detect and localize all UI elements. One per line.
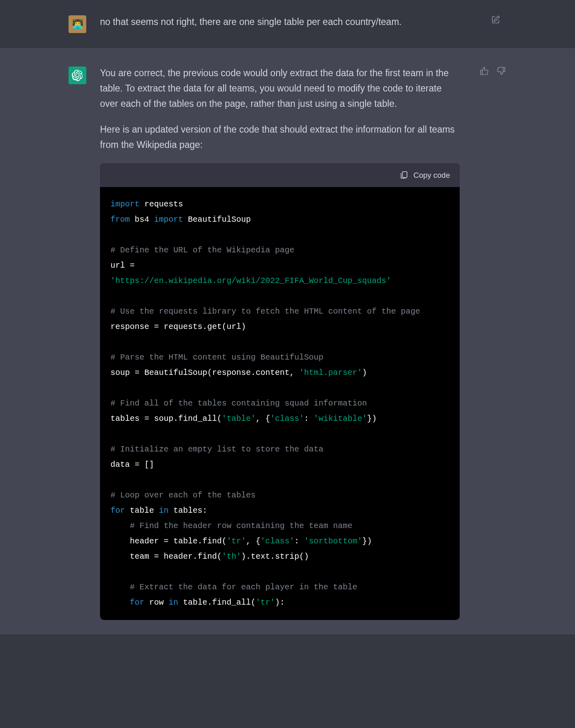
code-token-op: , {: [246, 537, 260, 546]
code-token-op: :: [294, 537, 304, 546]
code-token-cm: # Use the requests library to fetch the …: [110, 307, 420, 316]
code-token-op: url =: [110, 261, 140, 270]
code-block: Copy code import requests from bs4 impor…: [100, 163, 460, 620]
openai-logo-icon: [72, 70, 83, 81]
code-block-header: Copy code: [100, 163, 460, 187]
code-token-op: table: [125, 506, 159, 515]
code-token-op: }): [367, 414, 377, 423]
code-token-op: tables:: [169, 506, 207, 515]
code-token-cm: # Extract the data for each player in th…: [130, 582, 357, 592]
code-token-str: 'th': [222, 552, 241, 561]
assistant-avatar: [69, 67, 86, 84]
code-token-cm: # Find all of the tables containing squa…: [110, 399, 367, 408]
code-token-op: team = header.find(: [110, 552, 222, 561]
code-token-kw: from: [110, 215, 130, 224]
assistant-paragraph-1: Here is an updated version of the code t…: [100, 122, 460, 153]
code-token-kw: in: [169, 598, 178, 607]
code-token-str: 'table': [222, 414, 256, 423]
code-token-cm: # Find the header row containing the tea…: [130, 521, 352, 530]
code-block-body: import requests from bs4 import Beautifu…: [100, 187, 460, 620]
code-token-op: [110, 521, 130, 530]
copy-code-label: Copy code: [413, 169, 450, 181]
copy-code-button[interactable]: Copy code: [400, 169, 450, 181]
thumbs-down-icon[interactable]: [496, 66, 506, 76]
user-avatar: 👨‍💻: [69, 15, 86, 33]
assistant-paragraph-0: You are correct, the previous code would…: [100, 66, 460, 112]
code-token-op: soup = BeautifulSoup(response.content,: [110, 368, 299, 377]
code-token-str: 'tr': [256, 598, 275, 607]
code-token-str: 'class': [260, 537, 294, 546]
svg-rect-0: [402, 172, 407, 178]
code-token-cm: # Define the URL of the Wikipedia page: [110, 245, 294, 255]
user-message-row: 👨‍💻 no that seems not right, there are o…: [0, 0, 575, 48]
thumbs-up-icon[interactable]: [479, 66, 490, 76]
code-token-op: ): [362, 368, 367, 377]
code-token-cm: # Parse the HTML content using Beautiful…: [110, 353, 323, 362]
code-token-str: 'wikitable': [314, 414, 367, 423]
clipboard-icon: [400, 171, 408, 179]
user-message-content: no that seems not right, there are one s…: [100, 15, 471, 33]
code-token-kw: for: [110, 506, 125, 515]
code-token-op: [140, 200, 144, 209]
code-token-op: , {: [256, 414, 270, 423]
code-token-op: ).text.strip(): [241, 552, 309, 561]
assistant-message-row: You are correct, the previous code would…: [0, 48, 575, 634]
code-token-op: response = requests.get(url): [110, 322, 246, 331]
code-token-cm: # Loop over each of the tables: [110, 491, 256, 500]
code-token-op: }): [362, 537, 372, 546]
code-token-kw: in: [159, 506, 169, 515]
assistant-message-content: You are correct, the previous code would…: [100, 66, 460, 620]
code-token-str: 'tr': [227, 537, 246, 546]
code-token-op: tables = soup.find_all(: [110, 414, 222, 423]
code-token-kw: import: [110, 200, 140, 209]
code-token-op: requests: [144, 200, 183, 209]
code-token-kw: import: [154, 215, 183, 224]
code-token-cm: # Initialize an empty list to store the …: [110, 445, 323, 454]
code-token-str: 'https://en.wikipedia.org/wiki/2022_FIFA…: [110, 276, 391, 285]
code-token-op: [110, 598, 130, 607]
code-token-op: header = table.find(: [110, 537, 227, 546]
code-token-op: BeautifulSoup: [183, 215, 251, 224]
user-message-actions: [490, 15, 501, 33]
code-token-str: 'html.parser': [299, 368, 362, 377]
user-avatar-emoji: 👨‍💻: [72, 19, 83, 29]
code-token-op: row: [144, 598, 169, 607]
code-token-kw: for: [130, 598, 144, 607]
edit-icon[interactable]: [490, 15, 501, 25]
code-token-op: :: [304, 414, 314, 423]
code-token-str: 'class': [270, 414, 304, 423]
user-message-text: no that seems not right, there are one s…: [100, 17, 402, 27]
assistant-message-actions: [479, 66, 506, 620]
code-token-op: ):: [275, 598, 285, 607]
code-token-op: bs4: [130, 215, 154, 224]
code-token-op: table.find_all(: [178, 598, 256, 607]
code-token-op: [110, 582, 130, 592]
code-token-str: 'sortbottom': [304, 537, 362, 546]
code-token-op: data = []: [110, 460, 154, 469]
